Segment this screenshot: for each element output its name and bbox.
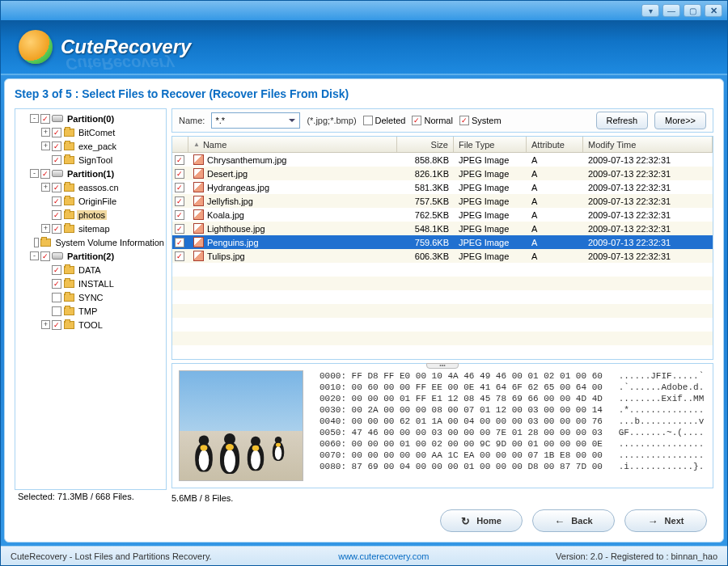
tree-checkbox[interactable]: ✓ [52, 320, 61, 330]
expand-toggle[interactable]: + [41, 128, 50, 137]
tree-folder[interactable]: TMP [15, 304, 166, 318]
file-type: JPEG Image [454, 238, 527, 247]
website-link[interactable]: www.cuterecovery.com [338, 551, 429, 561]
table-row [172, 304, 713, 318]
folder-icon [63, 196, 74, 206]
tree-folder[interactable]: ✓DATA [15, 263, 166, 277]
tree-folder[interactable]: +✓exe_pack [15, 139, 166, 153]
tree-label: DATA [77, 265, 103, 275]
refresh-arrow-icon: ↻ [461, 515, 470, 527]
table-row[interactable]: ✓Tulips.jpg606.3KBJPEG ImageA2009-07-13 … [172, 249, 713, 263]
home-button[interactable]: ↻Home [440, 509, 523, 532]
expand-toggle[interactable]: + [41, 320, 50, 329]
tree-checkbox[interactable]: ✓ [52, 265, 61, 275]
tree-checkbox[interactable]: ✓ [40, 169, 50, 179]
maximize-button[interactable]: ▢ [684, 4, 701, 17]
column-name[interactable]: ▲Name [188, 137, 397, 152]
file-size: 858.8KB [397, 155, 454, 165]
deleted-checkbox[interactable]: Deleted [363, 116, 406, 125]
row-checkbox[interactable]: ✓ [175, 196, 184, 206]
tree-folder[interactable]: ✓photos [15, 208, 166, 222]
status-bar: CuteRecovery - Lost Files and Partitions… [1, 546, 727, 565]
table-row[interactable]: ✓Hydrangeas.jpg581.3KBJPEG ImageA2009-07… [172, 180, 713, 194]
deleted-label: Deleted [375, 116, 406, 125]
system-checkbox[interactable]: ✓ System [459, 116, 502, 125]
tree-folder[interactable]: +✓eassos.cn [15, 180, 166, 194]
minimize-button[interactable]: — [662, 4, 680, 17]
more-button[interactable]: More>> [654, 112, 706, 129]
tree-label: BitComet [77, 128, 116, 137]
column-size[interactable]: Size [397, 137, 454, 152]
tree-checkbox[interactable] [52, 306, 61, 316]
name-filter-input[interactable] [211, 112, 300, 129]
tree-folder[interactable]: +✓TOOL [15, 318, 166, 332]
column-check[interactable] [172, 137, 188, 152]
row-checkbox[interactable]: ✓ [175, 238, 184, 247]
tree-folder[interactable]: +✓BitComet [15, 125, 166, 139]
tree-folder[interactable]: SYNC [15, 290, 166, 304]
column-attribute[interactable]: Attribute [527, 137, 583, 152]
expand-toggle[interactable]: + [41, 142, 50, 150]
table-row[interactable]: ✓Penguins.jpg759.6KBJPEG ImageA2009-07-1… [172, 235, 713, 249]
tree-checkbox[interactable]: ✓ [52, 224, 61, 234]
folder-icon [63, 155, 74, 165]
next-button[interactable]: →Next [624, 509, 707, 532]
column-type[interactable]: File Type [454, 137, 527, 152]
table-row[interactable]: ✓Lighthouse.jpg548.1KBJPEG ImageA2009-07… [172, 222, 713, 235]
expand-toggle[interactable]: + [41, 183, 50, 192]
tree-checkbox[interactable]: ✓ [52, 210, 61, 220]
preview-pane: ••• 0000: FF D8 FF E0 00 10 4A 46 49 46 … [171, 363, 713, 488]
tree-partition[interactable]: -✓Partition(1) [15, 167, 166, 180]
file-icon [193, 237, 204, 247]
back-button[interactable]: ←Back [532, 509, 615, 532]
tree-label: System Volume Information [53, 238, 166, 247]
table-row[interactable]: ✓Jellyfish.jpg757.5KBJPEG ImageA2009-07-… [172, 194, 713, 208]
expand-toggle[interactable]: + [41, 224, 50, 233]
file-name: Lighthouse.jpg [207, 224, 265, 234]
table-row[interactable]: ✓Desert.jpg826.1KBJPEG ImageA2009-07-13 … [172, 167, 713, 180]
logo-icon [19, 30, 53, 64]
column-modify-time[interactable]: Modify Time [583, 137, 713, 152]
tree-checkbox[interactable]: ✓ [52, 196, 61, 206]
tree-partition[interactable]: -✓Partition(0) [15, 112, 166, 125]
table-row[interactable]: ✓Chrysanthemum.jpg858.8KBJPEG ImageA2009… [172, 153, 713, 167]
tree-folder[interactable]: ✓SignTool [15, 153, 166, 167]
refresh-button[interactable]: Refresh [596, 112, 649, 129]
tree-checkbox[interactable] [52, 293, 61, 302]
file-icon [193, 251, 204, 261]
close-button[interactable]: ✕ [705, 4, 722, 17]
row-checkbox[interactable]: ✓ [175, 183, 184, 192]
row-checkbox[interactable]: ✓ [175, 210, 184, 220]
tree-folder[interactable]: System Volume Information [15, 235, 166, 249]
preview-splitter-handle[interactable]: ••• [426, 363, 459, 369]
expand-toggle[interactable]: - [30, 169, 39, 178]
normal-checkbox[interactable]: ✓ Normal [412, 116, 452, 125]
folder-tree[interactable]: -✓Partition(0)+✓BitComet+✓exe_pack✓SignT… [15, 108, 167, 490]
tree-partition[interactable]: -✓Partition(2) [15, 249, 166, 263]
tree-folder[interactable]: +✓sitemap [15, 222, 166, 235]
tree-checkbox[interactable] [34, 238, 40, 247]
folder-icon [63, 142, 74, 151]
row-checkbox[interactable]: ✓ [175, 224, 184, 234]
dropdown-button[interactable]: ▾ [641, 4, 659, 17]
row-checkbox[interactable]: ✓ [175, 169, 184, 179]
table-body[interactable]: ✓Chrysanthemum.jpg858.8KBJPEG ImageA2009… [172, 153, 713, 359]
file-size: 757.5KB [397, 196, 454, 206]
row-checkbox[interactable]: ✓ [175, 155, 184, 165]
expand-toggle[interactable]: - [30, 251, 39, 260]
tree-checkbox[interactable]: ✓ [52, 128, 61, 137]
tree-checkbox[interactable]: ✓ [52, 279, 61, 289]
tree-checkbox[interactable]: ✓ [52, 183, 61, 192]
expand-toggle[interactable]: - [30, 114, 39, 123]
file-type: JPEG Image [454, 183, 527, 192]
table-row[interactable]: ✓Koala.jpg762.5KBJPEG ImageA2009-07-13 2… [172, 208, 713, 222]
tree-checkbox[interactable]: ✓ [40, 251, 50, 261]
row-checkbox[interactable]: ✓ [175, 251, 184, 261]
tree-checkbox[interactable]: ✓ [52, 155, 61, 165]
tree-folder[interactable]: ✓OriginFile [15, 194, 166, 208]
tree-checkbox[interactable]: ✓ [40, 114, 50, 124]
tree-folder[interactable]: ✓INSTALL [15, 277, 166, 290]
checkbox-icon: ✓ [459, 116, 469, 125]
tree-checkbox[interactable]: ✓ [52, 142, 61, 151]
app-window: ▾ — ▢ ✕ CuteRecovery CuteRecovery Step 3… [0, 0, 728, 566]
